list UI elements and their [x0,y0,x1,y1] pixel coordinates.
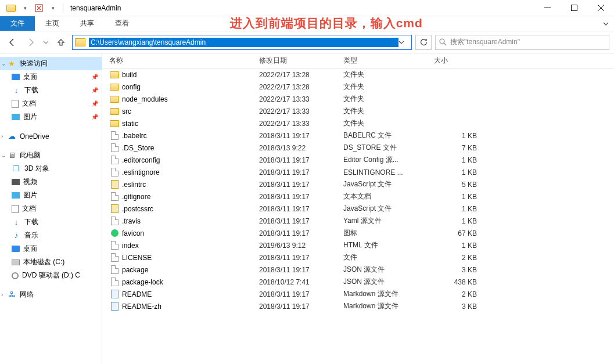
nav-up-button[interactable] [53,35,69,50]
address-path[interactable]: C:\Users\wangxiang\tensquareAdmin [89,38,398,47]
address-bar[interactable]: C:\Users\wangxiang\tensquareAdmin [72,35,412,50]
file-row[interactable]: README2018/3/11 19:17Markdown 源文件2 KB [102,288,614,300]
nav-item-c[interactable]: 本地磁盘 (C:) [0,255,102,269]
pc-icon: 🖥 [7,151,16,160]
file-row[interactable]: LICENSE2018/3/11 19:17文件2 KB [102,251,614,264]
file-date: 2018/3/11 19:17 [259,302,343,311]
file-date: 2022/2/17 13:28 [259,71,343,79]
minimize-button[interactable] [534,0,561,16]
file-date: 2018/3/11 19:17 [259,290,343,298]
doc-icon [12,205,19,213]
file-name: .eslintrc [122,181,259,189]
properties-icon[interactable] [33,2,45,15]
file-row[interactable]: package-lock2018/10/12 7:41JSON 源文件438 K… [102,276,614,288]
col-header-name[interactable]: 名称 [109,56,259,66]
nav-item-[interactable]: ♪音乐 [0,229,102,242]
nav-item-[interactable]: ↓下载 [0,215,102,229]
nav-back-button[interactable] [5,35,20,50]
nav-item-3d[interactable]: ❒3D 对象 [0,162,102,175]
file-row[interactable]: README-zh2018/3/11 19:17Markdown 源文件3 KB [102,300,614,312]
vid-icon [12,179,20,185]
close-button[interactable] [587,0,614,16]
fav-icon [109,229,120,238]
doc-icon [12,100,19,108]
dvd-icon [12,272,19,279]
file-list-pane: 名称 修改日期 类型 大小 build2022/2/17 13:28文件夹con… [102,53,614,364]
folder-icon [109,95,120,104]
file-row[interactable]: .DS_Store2018/3/13 9:22DS_STORE 文件7 KB [102,142,614,154]
nav-item-[interactable]: 文档📌 [0,97,102,110]
js-icon [109,204,120,214]
file-name: src [122,107,259,116]
tab-file[interactable]: 文件 [0,16,35,31]
nav-item-[interactable]: ›🖧网络 [0,288,102,301]
nav-forward-button[interactable] [23,35,38,50]
file-row[interactable]: build2022/2/17 13:28文件夹 [102,69,614,81]
file-type: 文件 [343,253,434,262]
download-icon: ↓ [12,86,21,95]
nav-item-label: 桌面 [23,244,37,254]
col-header-date[interactable]: 修改日期 [259,56,343,66]
cube-icon: ❒ [12,164,21,174]
chevron-icon[interactable]: ⌄ [1,60,7,67]
qat-dropdown-icon[interactable]: ▾ [19,2,31,15]
file-row[interactable]: .postcssrc2018/3/11 19:17JavaScript 文件1 … [102,203,614,215]
file-name: config [122,83,259,91]
svg-point-2 [440,39,444,44]
file-icon [109,168,120,177]
nav-item-[interactable]: ⌄🖥此电脑 [0,149,102,162]
file-row[interactable]: .eslintignore2018/3/11 19:17ESLINTIGNORE… [102,166,614,178]
ribbon-expand-icon[interactable] [598,16,614,31]
refresh-button[interactable] [415,35,432,50]
address-bar-row: C:\Users\wangxiang\tensquareAdmin 搜索"ten… [0,31,614,53]
tab-share[interactable]: 共享 [70,16,105,31]
nav-item-[interactable]: 文档 [0,202,102,215]
file-type: 图标 [343,228,434,238]
md-icon [109,290,120,299]
file-row[interactable]: .eslintrc2018/3/11 19:17JavaScript 文件5 K… [102,178,614,190]
nav-item-label: 本地磁盘 (C:) [23,257,64,267]
nav-recent-dropdown[interactable] [42,35,50,50]
pin-icon: 📌 [91,114,98,120]
chevron-icon[interactable]: › [1,291,7,298]
file-row[interactable]: node_modules2022/2/17 13:33文件夹 [102,93,614,105]
nav-item-[interactable]: ↓下载📌 [0,84,102,97]
file-row[interactable]: package2018/3/11 19:17JSON 源文件3 KB [102,264,614,276]
search-box[interactable]: 搜索"tensquareAdmin" [435,35,609,50]
desktop-icon [12,246,20,252]
nav-item-label: 下载 [24,85,38,95]
file-row[interactable]: static2022/2/17 13:33文件夹 [102,117,614,129]
tab-home[interactable]: 主页 [35,16,70,31]
pin-icon: 📌 [91,74,98,80]
nav-item-[interactable]: 桌面📌 [0,70,102,84]
col-header-type[interactable]: 类型 [343,56,434,66]
file-row[interactable]: .editorconfig2018/3/11 19:17Editor Confi… [102,154,614,166]
file-row[interactable]: .gitignore2018/3/11 19:17文本文档1 KB [102,190,614,203]
file-type: JSON 源文件 [343,265,434,275]
file-size: 67 KB [434,229,477,237]
nav-item-onedrive[interactable]: ›☁OneDrive [0,129,102,143]
nav-item-[interactable]: 桌面 [0,242,102,255]
file-row[interactable]: config2022/2/17 13:28文件夹 [102,81,614,93]
chevron-icon[interactable]: › [1,133,7,139]
col-header-size[interactable]: 大小 [434,56,480,66]
qat-dropdown2-icon[interactable]: ▾ [46,2,59,15]
nav-item-[interactable]: 视频 [0,175,102,189]
address-dropdown-icon[interactable] [398,39,409,45]
nav-item-label: DVD 驱动器 (D:) C [22,271,80,280]
tab-view[interactable]: 查看 [105,16,139,31]
file-row[interactable]: src2022/2/17 13:33文件夹 [102,105,614,117]
file-row[interactable]: .travis2018/3/11 19:17Yaml 源文件1 KB [102,215,614,227]
file-row[interactable]: index2019/6/13 9:12HTML 文件1 KB [102,239,614,251]
file-type: Markdown 源文件 [343,301,434,311]
file-size: 1 KB [434,156,477,164]
file-row[interactable]: .babelrc2018/3/11 19:17BABELRC 文件1 KB [102,129,614,142]
nav-item-dvddc[interactable]: DVD 驱动器 (D:) C [0,269,102,282]
nav-item-[interactable]: 图片 [0,189,102,202]
chevron-icon[interactable]: ⌄ [1,152,7,158]
maximize-button[interactable] [561,0,587,16]
nav-item-[interactable]: ⌄★快速访问 [0,57,102,70]
nav-item-[interactable]: 图片📌 [0,110,102,124]
file-row[interactable]: favicon2018/3/11 19:17图标67 KB [102,227,614,239]
search-placeholder: 搜索"tensquareAdmin" [450,37,520,47]
